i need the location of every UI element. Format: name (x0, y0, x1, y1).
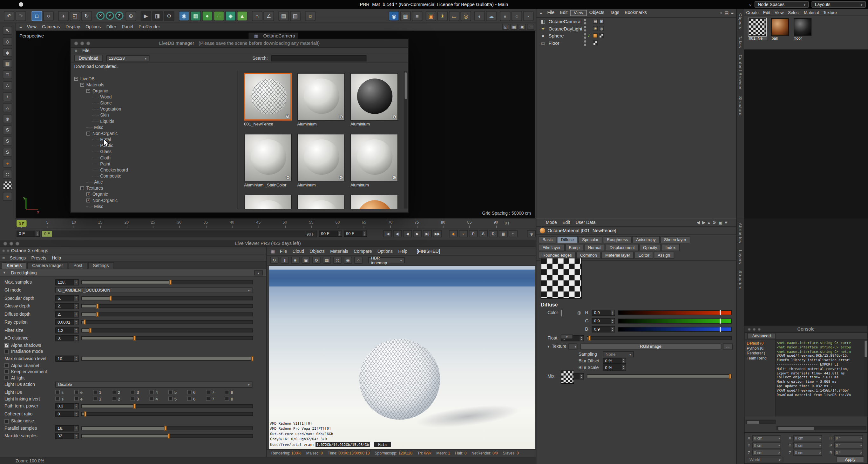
dock-tab-structure[interactable]: Structure (738, 271, 743, 290)
checkbox-light-id-4[interactable] (149, 397, 154, 401)
polygons-mode-icon[interactable]: △ (3, 103, 12, 112)
tree-item-glass[interactable]: Glass (71, 148, 237, 155)
console-source-python-0[interactable]: Python (0, (744, 345, 775, 351)
channel-b-field[interactable]: 0.9 (592, 326, 615, 332)
channel-tab-material-layer[interactable]: Material layer (601, 252, 634, 259)
om-panel-menu-icon[interactable]: ≡ (537, 10, 545, 15)
octane-vdb-icon[interactable]: ▲ (237, 11, 248, 21)
viewport-maximize-icon[interactable]: ◱ (502, 24, 509, 30)
editor-visibility-dot[interactable] (584, 26, 586, 28)
minimize-icon[interactable] (753, 328, 756, 331)
mm-menu-texture[interactable]: Texture (821, 9, 839, 14)
tree-item-livedb[interactable]: −LiveDB (71, 76, 237, 82)
instance-icon[interactable]: ▧ (290, 11, 301, 21)
tree-item-attic[interactable]: Attic (71, 179, 237, 185)
tree-expander-icon[interactable]: + (86, 193, 90, 196)
checkbox-irradiance-mode[interactable] (4, 350, 9, 354)
checkbox-light-id-8[interactable] (225, 390, 229, 394)
camera-label[interactable]: ▦OctaneCamera (248, 33, 298, 39)
checkbox-light-id-3[interactable] (131, 397, 135, 401)
pause-render-icon[interactable]: ‖ (281, 257, 289, 264)
octane-daylight-icon[interactable]: ☀ (437, 11, 448, 21)
viewport-split-icon[interactable]: ▦ (510, 24, 518, 30)
minimize-icon[interactable] (81, 42, 84, 45)
tree-item-organic[interactable]: +Organic (71, 192, 237, 198)
dock-tab-attributes[interactable]: Attributes (738, 223, 743, 243)
settings-tab-camera-imager[interactable]: Camera Imager (27, 262, 68, 269)
channel-tab-film-layer[interactable]: Film layer (538, 244, 564, 251)
console-titlebar[interactable]: Console (744, 326, 867, 333)
prev-frame-button[interactable]: ◀ (403, 230, 412, 237)
viewport-cameras-icon[interactable]: ▣ (519, 24, 526, 30)
attr-menu-edit[interactable]: Edit (559, 220, 572, 225)
live-select-tool[interactable]: ○ (43, 11, 54, 21)
tree-expander-icon[interactable]: − (86, 89, 90, 93)
material-thumb[interactable]: ⚙ (350, 195, 398, 209)
tree-item-wood[interactable]: Wood (71, 94, 237, 100)
tree-item-stone[interactable]: Stone (71, 100, 237, 106)
editor-visibility-dot[interactable] (584, 40, 586, 42)
history-forward-icon[interactable]: ▶ (702, 220, 706, 225)
coord-field-z-1[interactable]: 0 cm (793, 450, 822, 456)
tree-expander-icon[interactable]: − (86, 131, 90, 135)
slider-coherent-ratio[interactable] (81, 412, 253, 416)
viewport-menu-icon[interactable]: ≡ (527, 24, 534, 30)
octane-targetlight-icon[interactable]: ◎ (461, 11, 471, 21)
slider-specular-depth[interactable] (81, 296, 253, 300)
tree-item-textures[interactable]: −Textures (71, 185, 237, 191)
model-mode-icon[interactable]: ◆ (3, 48, 12, 57)
octane-material-icon[interactable]: ● (202, 11, 213, 21)
x-axis-lock[interactable]: X (96, 12, 104, 20)
material-ball-icon[interactable]: ● (3, 159, 12, 168)
sun-tag[interactable]: ☀ (593, 26, 598, 31)
channel-g-field[interactable]: 0.9 (592, 318, 615, 324)
material-item-floor[interactable]: floor (794, 18, 812, 40)
viewport-panel-menu-icon[interactable]: ≡ (17, 25, 24, 30)
dock-tab-layers[interactable]: Layers (738, 250, 743, 264)
octane-logo-icon[interactable]: ◉ (389, 11, 399, 21)
lv-menu-cloud[interactable]: Cloud (290, 249, 307, 254)
livedb-titlebar[interactable]: LiveDB manager (Please save the scene be… (71, 39, 408, 47)
material-thumb-aluminum[interactable]: ⚙Aluminum (298, 134, 345, 188)
channel-tab-diffuse[interactable]: Diffuse (557, 236, 578, 243)
field-max-subdivision-level[interactable]: 10. (55, 355, 79, 361)
checkbox-light-id-3[interactable] (131, 390, 135, 394)
pick-focus-icon[interactable]: ◎ (333, 257, 342, 264)
eyedropper-icon[interactable]: ◎ (577, 310, 585, 316)
dock-tab-structure[interactable]: Structure (738, 97, 743, 116)
search-icon[interactable]: ○ (749, 2, 752, 7)
checkbox-light-id-s[interactable] (55, 397, 60, 401)
tree-expander-icon[interactable]: − (81, 187, 84, 190)
material-gear-icon[interactable]: ⚙ (392, 175, 396, 180)
field-parallel-samples[interactable]: 16. (55, 425, 79, 431)
coord-field-x-0[interactable]: 0 cm (752, 435, 781, 441)
slider-ray-epsilon[interactable] (81, 321, 253, 324)
texture-more-button[interactable]: ... (723, 343, 733, 350)
viewport-menu-view[interactable]: View (24, 25, 39, 30)
apple-menu-icon[interactable] (19, 2, 23, 7)
sampling-dropdown[interactable]: None (603, 351, 634, 357)
render-visibility-dot[interactable] (584, 36, 586, 38)
field-ray-epsilon[interactable]: 0.0001 (55, 319, 79, 325)
measure-icon[interactable]: ∠ (264, 11, 274, 21)
channel-r-field[interactable]: 0.9 (592, 310, 615, 316)
panel-menu-icon[interactable]: ≡ (725, 220, 727, 225)
range-start-knob[interactable]: 0 F (42, 231, 52, 236)
field-glossy-depth[interactable]: 2. (55, 303, 79, 309)
field-filter-size[interactable]: 1.2 (55, 327, 79, 333)
lv-menu-compare[interactable]: Compare (351, 249, 375, 254)
checkbox-static-noise[interactable] (4, 419, 9, 423)
editor-visibility-dot[interactable] (584, 33, 586, 35)
viewport-menu-panel[interactable]: Panel (119, 25, 136, 30)
checkbox-light-id-e[interactable] (74, 390, 79, 394)
editor-visibility-dot[interactable] (584, 19, 586, 21)
octane-environment-icon[interactable]: ◐ (474, 11, 485, 21)
render-settings-button[interactable]: ⚙ (164, 11, 175, 21)
settings-tab-kernels[interactable]: Kernels (2, 262, 27, 269)
material-thumb-aluminium[interactable]: ⚙Aluminium (298, 73, 345, 127)
om-menu-bookmarks[interactable]: Bookmarks (622, 10, 650, 16)
mm-menu-select[interactable]: Select (786, 9, 802, 14)
livedb-menu-icon[interactable]: ≡ (72, 48, 80, 53)
settings-tab-post[interactable]: Post (69, 262, 87, 269)
thumb-size-dropdown[interactable]: 128x128 (106, 55, 149, 61)
